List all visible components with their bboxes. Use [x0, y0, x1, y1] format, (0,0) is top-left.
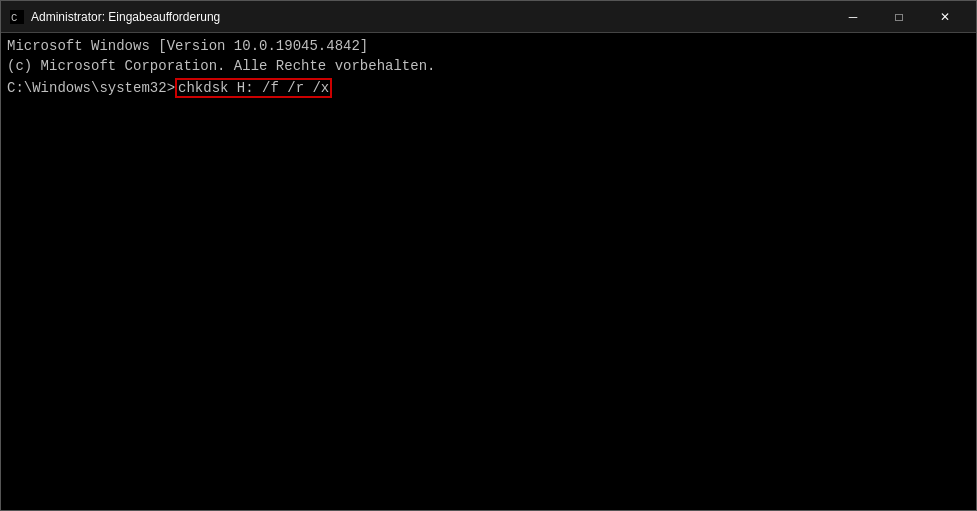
window-controls: ─ □ ✕ [830, 1, 968, 33]
minimize-button[interactable]: ─ [830, 1, 876, 33]
close-button[interactable]: ✕ [922, 1, 968, 33]
terminal-body[interactable]: Microsoft Windows [Version 10.0.19045.48… [1, 33, 976, 510]
svg-text:C: C [11, 12, 17, 24]
cmd-icon: C [9, 9, 25, 25]
maximize-button[interactable]: □ [876, 1, 922, 33]
cmd-window: C Administrator: Eingabeaufforderung ─ □… [0, 0, 977, 511]
terminal-command: chkdsk H: /f /r /x [175, 78, 332, 98]
titlebar: C Administrator: Eingabeaufforderung ─ □… [1, 1, 976, 33]
terminal-prompt-line: C:\Windows\system32>chkdsk H: /f /r /x [7, 78, 970, 98]
terminal-line2: (c) Microsoft Corporation. Alle Rechte v… [7, 57, 970, 77]
terminal-prompt: C:\Windows\system32> [7, 80, 175, 96]
window-title: Administrator: Eingabeaufforderung [31, 10, 830, 24]
terminal-line1: Microsoft Windows [Version 10.0.19045.48… [7, 37, 970, 57]
